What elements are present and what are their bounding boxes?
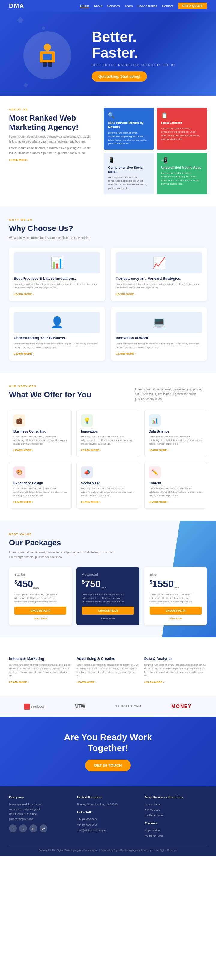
social-facebook[interactable]: f [9,824,17,832]
footer-new-business-email[interactable]: mail@mail.com [145,813,207,818]
innovation-svc-learn-more[interactable]: LEARN MORE [81,449,101,452]
advanced-learn-more[interactable]: Learn More [82,617,134,620]
social-pr-learn-more[interactable]: LEARN MORE [81,501,101,504]
advertising-text: Lorem ipsum dolor sit amet, consectetur … [77,663,139,678]
hero-section: Better. Faster. BEST DIGITAL MARKETING A… [0,12,216,96]
service-card-mobile: 📲 Unparalleled Mobile Apps Lorem ipsum d… [157,153,207,195]
hero-cta-button[interactable]: Quit talking, Start doing! [92,71,147,81]
best-practices-text: Lorem ipsum dolor sit amet, consectetur … [14,282,100,290]
footer-phone-2[interactable]: +44 (0) 000 0000 [77,822,139,827]
footer-careers-label: Careers [145,821,207,825]
blog-card-analytics: Data & Analytics Lorem ipsum dolor sit a… [144,657,207,684]
best-practices-illustration: 📊 [14,252,100,274]
starter-learn-more[interactable]: Learn More [14,617,66,620]
consulting-learn-more[interactable]: LEARN MORE [14,449,33,452]
footer-new-business-label: New Business Enquiries [145,795,207,799]
nav-home[interactable]: Home [80,4,89,8]
influencer-learn-more[interactable]: LEARN MORE [9,681,29,684]
service-item-content: ✏️ Content Lorem ipsum dolor sit amet, c… [144,462,207,509]
nav-links: Home About Services Team Case Studies Co… [80,3,207,9]
about-learn-more[interactable]: LEARN MORE [9,159,29,162]
starter-price: $450/mo [14,579,66,590]
service-item-social-pr: 📣 Social & PR Lorem ipsum dolor sit amet… [77,462,139,509]
seo-text: Lorem ipsum dolor sit amet, consectetur … [108,131,150,146]
footer-company-link-1[interactable]: Lorem ipsum dolor sit amet [9,802,71,807]
understanding-learn-more[interactable]: LEARN MORE [14,352,34,355]
footer-phone-1[interactable]: +44 (0) 000 0000 [77,817,139,822]
social-googleplus[interactable]: g+ [39,824,47,832]
data-science-learn-more[interactable]: LEARN MORE [149,449,169,452]
mobile-icon: 📲 [161,157,203,164]
partner-redbox: redbox [24,703,44,710]
footer-new-business-phone[interactable]: +44 00 0000 [145,807,207,812]
about-description-2: Lorem ipsum dolor sit amet, consectetur … [9,146,95,156]
advanced-choose-btn[interactable]: CHOOSE PLAN [82,607,134,614]
social-twitter[interactable]: t [19,824,27,832]
footer-copyright: Copyright © The Digital Marketing Agency… [9,845,207,851]
deco-shape-3 [24,83,28,88]
footer-careers-link[interactable]: Apply Today [145,828,207,833]
about-section: ABOUT US Most Ranked Web Marketing Agenc… [0,96,216,206]
about-label: ABOUT US [9,108,95,111]
blog-card-influencer: Influencer Marketing Lorem ipsum dolor s… [9,657,72,684]
about-cards: 🔍 SEO Service Driven by Results Lorem ip… [104,108,207,194]
analytics-learn-more[interactable]: LEARN MORE [144,681,164,684]
footer-uk: United Kingdom Primary Street London, UK… [77,795,139,839]
packages-label: BEST VALUE [9,533,207,536]
footer-careers-email[interactable]: mail@mail.com [145,834,207,838]
influencer-text: Lorem ipsum dolor sit amet, consectetur … [9,663,72,678]
best-practices-learn-more[interactable]: LEARN MORE [14,293,34,296]
footer-company-link-2[interactable]: consectetur adipiscing elit. [9,807,71,811]
design-learn-more[interactable]: LEARN MORE [14,501,33,504]
nav-team[interactable]: Team [125,4,133,8]
nav-about[interactable]: About [94,4,102,8]
elite-choose-btn[interactable]: CHOOSE PLAN [150,607,202,614]
consulting-title: Business Consulting [14,430,67,433]
nav-services[interactable]: Services [107,4,120,8]
redbox-logo-box [24,703,30,710]
footer-company-link-4[interactable]: pulvinar dapibus leo. [9,817,71,821]
innovation-learn-more[interactable]: LEARN MORE [116,352,136,355]
nav-cta-button[interactable]: GET A QUOTE [178,3,207,9]
why-cards-grid: 📊 Best Practices & Latest Innovations. L… [9,248,207,361]
why-label: WHAT WE DO [9,218,93,221]
advanced-price: $750/mo [82,579,134,590]
social-linkedin[interactable]: in [29,824,37,832]
consulting-text: Lorem ipsum dolor sit amet, consectetur … [14,435,67,446]
packages-section: BEST VALUE Our Packages Lorem ipsum dolo… [0,521,216,637]
hero-headline: Better. Faster. [92,29,207,61]
seo-title: SEO Service Driven by Results [108,121,150,129]
cta-title: Are You Ready Work Together! [9,732,207,754]
content-learn-more[interactable]: LEARN MORE [149,501,169,504]
cta-button[interactable]: GET IN TOUCH [85,759,131,771]
starter-choose-btn[interactable]: CHOOSE PLAN [14,607,66,614]
footer-email[interactable]: mail@digitalmarketing.co [77,828,139,833]
transparency-learn-more[interactable]: LEARN MORE [116,293,136,296]
elite-learn-more[interactable]: Learn More [150,617,202,620]
understanding-text: Lorem ipsum dolor sit amet, consectetur … [14,342,100,349]
partner-2k: 2K SOLUTIONS [115,705,141,708]
partners-section: redbox NTW 2K SOLUTIONS MONEY [0,696,216,717]
footer-social: f t in g+ [9,824,71,832]
nav-contact[interactable]: Contact [162,4,173,8]
advanced-name: Advanced [82,573,134,577]
nav-logo: DMA [9,2,25,10]
footer-lets-talk: Let's Talk +44 (0) 000 0000 +44 (0) 000 … [77,810,139,833]
services-description: Lorem ipsum dolor sit amet, consectetur … [135,387,207,402]
package-starter: Starter $450/mo Lorem ipsum dolor sit am… [9,567,72,625]
footer-company-label: Company [9,795,71,799]
footer-company-link-3[interactable]: Ut elit tellus, luctus nec [9,811,71,816]
advertising-learn-more[interactable]: LEARN MORE [77,681,96,684]
service-item-consulting: 💼 Business Consulting Lorem ipsum dolor … [9,410,72,457]
elite-name: Elite [150,573,202,577]
why-card-best-practices: 📊 Best Practices & Latest Innovations. L… [9,248,105,301]
footer-uk-address: Primary Street London, UK 00000 [77,802,139,807]
transparency-illustration: 📈 [116,252,202,274]
seo-icon: 🔍 [108,112,150,119]
nav-case-studies[interactable]: Case Studies [137,4,157,8]
transparency-text: Lorem ipsum dolor sit amet, consectetur … [116,282,202,290]
advertising-title: Advertising & Creative [77,657,139,661]
elite-price: $1550/mo [150,579,202,590]
blog-grid: Influencer Marketing Lorem ipsum dolor s… [9,657,207,684]
service-item-innovation: 💡 Innovation Lorem ipsum dolor sit amet,… [77,410,139,457]
